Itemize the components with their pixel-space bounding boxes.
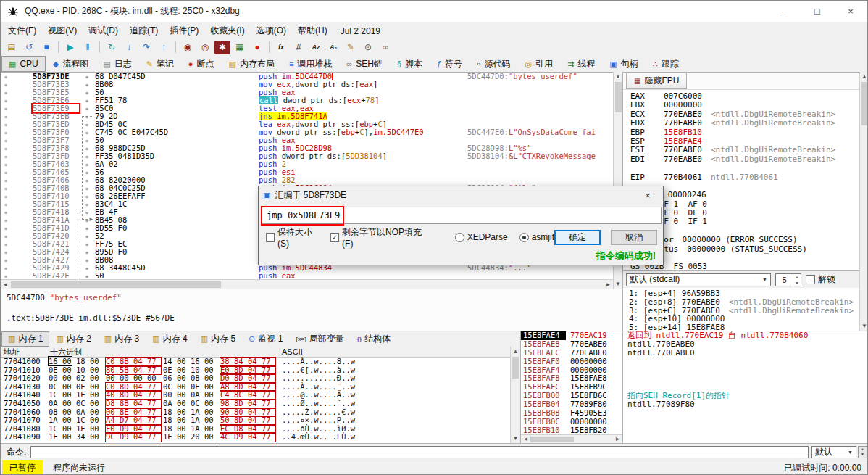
stack-hscrollbar[interactable]: ◄ ► <box>521 434 622 443</box>
menu-item-6[interactable]: 选项(O) <box>251 22 292 39</box>
keep-size-checkbox[interactable]: 保持大小(S) <box>266 226 320 249</box>
memory-vscrollbar[interactable]: ▲ ▼ <box>510 347 520 443</box>
menu-item-7[interactable]: 帮助(H) <box>292 22 333 39</box>
command-profile-select[interactable]: 默认 ▼ <box>811 446 856 458</box>
stack-comment[interactable] <box>623 366 868 375</box>
register-row[interactable]: CF 0 TF 0 IF 1 <box>630 218 859 226</box>
bottom-tab-struct[interactable]: {}结构体 <box>351 331 397 347</box>
scroll-up-arrow[interactable]: ▲ <box>860 72 868 81</box>
maximize-button[interactable]: □ <box>801 1 834 22</box>
tab-script[interactable]: §脚本 <box>390 56 430 72</box>
menu-item-5[interactable]: 收藏夹(I) <box>204 22 250 39</box>
bottom-tab-memory-chip[interactable]: ▥内存 1 <box>1 331 49 347</box>
scroll-thumb[interactable] <box>512 357 519 379</box>
scroll-down-arrow[interactable]: ▼ <box>511 434 520 443</box>
stack-comment[interactable]: ntdll.77089F80 <box>623 400 868 409</box>
tab-references[interactable]: ◎引用 <box>517 56 560 72</box>
menu-item-0[interactable]: 文件(F) <box>2 22 42 39</box>
menu-item-3[interactable]: 追踪(T) <box>124 22 164 39</box>
highlight-fx-icon[interactable]: fx <box>273 41 289 54</box>
disasm-row[interactable]: ●5D8F73F8●68 988DC25Dpush im.5DC28D985DC… <box>1 144 613 152</box>
disasm-row[interactable]: ●5D8F73F0●C745 0C E047C45Dmov dword ptr … <box>1 128 613 136</box>
arg-count-stepper[interactable]: 5 ▲▼ <box>775 273 801 286</box>
nop-fill-checkbox[interactable]: 剩余字节以NOP填充(F) <box>330 226 426 249</box>
tab-call-stack[interactable]: ≡调用堆栈 <box>282 56 339 72</box>
tab-symbols[interactable]: ƒ符号 <box>430 56 470 72</box>
stack-comment[interactable]: 返回到 ntdll.770EAC19 自 ntdll.770B4060 <box>623 331 868 340</box>
restart-run-icon[interactable]: ↻ <box>104 41 120 54</box>
trace-over-icon[interactable]: ◎ <box>197 41 213 54</box>
restart-icon[interactable]: ↺ <box>21 41 37 54</box>
disasm-row[interactable]: ●5D8F73E9●85C0test eax,eax <box>1 104 613 112</box>
register-row[interactable]: ESI770EABE0<ntdll.DbgUiRemoteBreakin> <box>630 146 859 154</box>
stack-row[interactable]: 15E8FAEC770EABE0 <box>521 349 622 358</box>
tab-seh-chain[interactable]: ∞SEH链 <box>339 56 390 72</box>
scroll-up-arrow[interactable]: ▲ <box>511 347 520 356</box>
case-az-icon[interactable]: Az <box>308 41 324 54</box>
memory-row[interactable]: 770410901E 00 34 009C D9 04 771E 00 20 0… <box>1 433 510 442</box>
scroll-left-arrow[interactable]: ◄ <box>521 435 530 443</box>
bottom-tab-memory-chip[interactable]: ▥内存 2 <box>49 331 97 347</box>
scroll-right-arrow[interactable]: ► <box>604 280 613 289</box>
close-button[interactable]: × <box>834 1 867 22</box>
patch-icon[interactable]: ▦ <box>232 41 248 54</box>
step-over-icon[interactable]: ↷ <box>138 41 154 54</box>
stack-comment[interactable] <box>623 426 868 435</box>
register-row[interactable]: EBX00000000 <box>630 101 859 110</box>
register-row[interactable]: EIP770B4061ntdll.770B4061 <box>630 173 859 182</box>
dialog-titlebar[interactable]: ▣ 汇编于 5D8F73DE × <box>259 186 663 204</box>
scroll-down-arrow[interactable]: ▼ <box>860 321 868 331</box>
assemble-instruction-input[interactable] <box>262 207 662 224</box>
tab-log[interactable]: ▤日志 <box>96 56 138 72</box>
label-hash-icon[interactable]: # <box>291 41 306 54</box>
tab-notes[interactable]: ✎笔记 <box>139 56 181 72</box>
breakpoints-icon[interactable]: ● <box>249 41 265 54</box>
register-row[interactable]: EDI770EABE0<ntdll.DbgUiRemoteBreakin> <box>630 155 859 164</box>
disasm-row[interactable]: ●5D8F73DE●68 D047C45Dpush im.5DC447D05DC… <box>1 73 613 80</box>
edit-pencil-icon[interactable]: ✎ <box>343 41 359 54</box>
stack-row[interactable]: 15E8FAF000000000 <box>521 358 622 366</box>
disasm-row[interactable]: ●5D8F7403●6A 02push 2 <box>1 160 613 168</box>
stack-comment[interactable] <box>623 418 868 426</box>
disasm-row[interactable]: ●5D8F7405●56push esi <box>1 168 613 176</box>
stepper-arrows[interactable]: ▲▼ <box>793 274 801 286</box>
trace-into-icon[interactable]: ◉ <box>180 41 196 54</box>
ok-button[interactable]: 确定 <box>554 230 601 245</box>
xedparse-radio[interactable]: XEDParse <box>455 232 508 242</box>
dialog-close-button[interactable]: × <box>637 190 659 201</box>
menu-item-2[interactable]: 调试(D) <box>83 22 124 39</box>
register-row[interactable]: EFLAGS00000246 <box>630 191 859 199</box>
register-row[interactable]: LastError00000000 (ERROR_SUCCESS) <box>630 236 859 244</box>
stack-row[interactable]: 15E8FAE8770EABE0 <box>521 340 622 349</box>
scroll-up-arrow[interactable]: ▲ <box>614 72 622 81</box>
register-row[interactable]: GS 002B FS 0053 <box>630 263 859 270</box>
disasm-row[interactable]: ●5D8F73E5●50push eax <box>1 88 613 96</box>
search-icon[interactable]: ⊙ <box>360 41 376 54</box>
scroll-thumb[interactable] <box>861 82 868 125</box>
argument-row[interactable]: 5: [esp+14] 15E8FAE8 <box>629 323 859 331</box>
memory-row[interactable]: 770410701A 00 1C 00A4 D7 04 7718 00 1A 0… <box>1 416 510 425</box>
open-file-icon[interactable]: ▤ <box>4 41 20 54</box>
tab-source-code[interactable]: ‹›源代码 <box>470 56 517 72</box>
tab-flowchart[interactable]: ◆流程图 <box>46 56 96 72</box>
disasm-row[interactable]: ●5D8F742E●50push eax <box>1 272 613 279</box>
bottom-tab-memory-chip[interactable]: ▥内存 5 <box>194 331 242 347</box>
register-row[interactable]: LastStatus00000000 (STATUS_SUCCESS) <box>630 245 859 254</box>
bottom-tab-memory-chip[interactable]: ▥内存 4 <box>146 331 193 347</box>
unlock-checkbox[interactable]: 解锁 <box>806 273 835 286</box>
disasm-row[interactable]: ●5D8F73E6●FF51 78call dword ptr ds:[ecx+… <box>1 96 613 104</box>
tab-cpu-chip[interactable]: ▦CPU <box>1 56 46 72</box>
asmjit-radio[interactable]: asmjit <box>519 232 554 242</box>
disasm-row[interactable]: ●5D8F7406●68 82020000push 282 <box>1 176 613 184</box>
disasm-row[interactable]: ●5D8F73E3●8B08mov ecx,dword ptr ds:[eax] <box>1 80 613 88</box>
tab-handles[interactable]: ▣句柄 <box>602 56 645 72</box>
disasm-hscrollbar[interactable]: ◄ ► <box>1 279 613 289</box>
stack-comment[interactable] <box>623 383 868 392</box>
bottom-tab-locals[interactable]: [x=]局部变量 <box>289 331 350 347</box>
command-input[interactable] <box>30 446 809 458</box>
pause-icon[interactable]: ‖ <box>80 41 96 54</box>
menu-item-4[interactable]: 插件(P) <box>164 22 204 39</box>
tab-breakpoint[interactable]: ●断点 <box>181 56 222 72</box>
cancel-button[interactable]: 取消 <box>611 230 657 245</box>
memory-row[interactable]: 7704100016 00 18 00C0 8B 04 7714 00 16 0… <box>1 358 510 366</box>
